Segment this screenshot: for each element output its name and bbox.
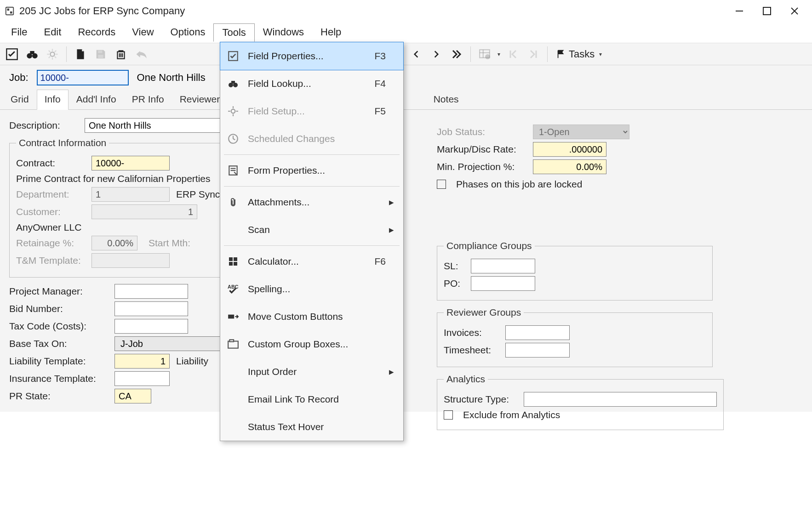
menu-item-shortcut: F4	[363, 78, 386, 89]
tools-menu-item[interactable]: ABCSpelling...	[220, 275, 403, 303]
svg-rect-49	[229, 257, 233, 261]
menu-records[interactable]: Records	[69, 23, 124, 42]
department-label: Department:	[16, 189, 85, 200]
menu-item-shortcut: F5	[363, 106, 386, 117]
invoices-input[interactable]	[505, 325, 570, 340]
tools-menu-item[interactable]: Status Text Hover	[220, 413, 403, 441]
compliance-group: Compliance Groups SL: PO:	[437, 240, 713, 301]
menu-item-shortcut: F3	[363, 51, 386, 62]
new-icon[interactable]	[71, 45, 90, 63]
job-row: Job: One North Hills	[0, 65, 812, 89]
sl-label: SL:	[444, 261, 464, 272]
tools-menu-item[interactable]: Attachments...▸	[220, 188, 403, 216]
job-label: Job:	[9, 72, 29, 84]
tasks-button[interactable]: Tasks ▾	[552, 48, 607, 60]
menu-bar: File Edit Records View Options Tools Win…	[0, 23, 812, 43]
tab-info[interactable]: Info	[37, 90, 69, 110]
contract-legend: Contract Information	[16, 137, 109, 148]
tools-menu-item[interactable]: Calculator...F6	[220, 248, 403, 275]
tools-menu-item[interactable]: Custom Group Boxes...	[220, 330, 403, 358]
job-name: One North Hills	[137, 72, 206, 84]
nav-next-icon[interactable]	[427, 45, 446, 63]
tools-menu-item[interactable]: Email Link To Record	[220, 386, 403, 413]
bid-label: Bid Number:	[9, 303, 108, 314]
po-input[interactable]	[471, 276, 535, 291]
tab-pr-info[interactable]: PR Info	[124, 90, 172, 109]
binoculars-icon[interactable]	[23, 45, 41, 63]
title-bar: 205 JC Jobs for ERP Sync Company	[0, 0, 812, 23]
menu-item-label: Form Properties...	[246, 165, 363, 176]
ins-input[interactable]	[114, 371, 170, 386]
tab-addl-info[interactable]: Add'l Info	[69, 90, 124, 109]
edit-icon[interactable]	[3, 45, 21, 63]
table-settings-dropdown-icon[interactable]: ▾	[496, 51, 502, 57]
menu-view[interactable]: View	[124, 23, 162, 42]
table-settings-icon[interactable]	[475, 45, 494, 63]
compliance-legend: Compliance Groups	[444, 240, 535, 251]
tools-menu-item[interactable]: Move Custom Buttons	[220, 303, 403, 330]
svg-rect-26	[119, 50, 124, 51]
go-first-icon[interactable]	[504, 45, 522, 63]
structtype-input[interactable]	[524, 392, 717, 407]
sl-input[interactable]	[471, 259, 535, 273]
maximize-button[interactable]	[753, 2, 781, 20]
close-button[interactable]	[781, 2, 808, 20]
menu-tools[interactable]: Tools	[213, 23, 254, 42]
nav-prev-icon[interactable]	[407, 45, 425, 63]
liab-input[interactable]	[114, 354, 170, 369]
description-input[interactable]	[85, 118, 223, 133]
tools-menu-item[interactable]: Scan▸	[220, 216, 403, 244]
exclude-analytics-checkbox[interactable]	[444, 410, 453, 420]
tools-menu-item[interactable]: Form Properties...	[220, 157, 403, 184]
timesheet-input[interactable]	[505, 343, 570, 357]
svg-rect-51	[229, 262, 233, 266]
department-input	[91, 187, 170, 202]
basetax-select[interactable]: J-Job	[114, 336, 229, 351]
bid-input[interactable]	[114, 301, 188, 316]
tm-input	[91, 253, 170, 268]
spellcheck-icon: ABC	[220, 283, 246, 295]
undo-icon[interactable]	[132, 45, 150, 63]
menu-edit[interactable]: Edit	[35, 23, 69, 42]
tools-menu-item[interactable]: Input Order▸	[220, 358, 403, 386]
status-label: Job Status:	[437, 126, 526, 137]
contract-desc: Prime Contract for new Californian Prope…	[16, 173, 211, 184]
phases-locked-checkbox[interactable]	[437, 180, 446, 189]
menu-help[interactable]: Help	[312, 23, 349, 42]
tab-grid[interactable]: Grid	[3, 90, 37, 109]
delete-icon[interactable]	[112, 45, 130, 63]
menu-item-label: Email Link To Record	[246, 394, 363, 405]
app-icon	[5, 6, 15, 16]
menu-item-label: Scan	[246, 224, 363, 235]
reviewer-group: Reviewer Groups Invoices: Timesheet:	[437, 307, 713, 367]
tab-notes[interactable]: Notes	[426, 90, 467, 109]
save-icon[interactable]	[91, 45, 110, 63]
menu-item-label: Input Order	[246, 366, 363, 377]
toolbar: ▾ ABC ▾ Tasks ▾	[0, 43, 812, 66]
svg-rect-4	[763, 7, 771, 15]
gear-icon[interactable]	[43, 45, 62, 63]
menu-options[interactable]: Options	[162, 23, 214, 42]
po-label: PO:	[444, 278, 464, 289]
svg-rect-54	[228, 315, 234, 319]
minproj-input[interactable]	[533, 159, 606, 174]
pm-input[interactable]	[114, 284, 188, 299]
clock-icon	[220, 133, 246, 145]
prstate-input[interactable]	[114, 389, 151, 403]
svg-line-45	[233, 139, 235, 140]
taxcode-input[interactable]	[114, 319, 188, 334]
job-input[interactable]	[37, 70, 129, 85]
tools-menu-item[interactable]: Field Lookup...F4	[220, 70, 403, 97]
contract-input[interactable]	[91, 156, 170, 170]
svg-rect-37	[231, 81, 235, 84]
menu-file[interactable]: File	[3, 23, 35, 42]
go-last-icon[interactable]	[524, 45, 543, 63]
tools-menu-item[interactable]: Field Properties...F3	[220, 42, 403, 70]
markup-input[interactable]	[533, 142, 606, 157]
svg-point-11	[50, 52, 54, 56]
nav-last-icon[interactable]	[447, 45, 466, 63]
svg-line-16	[49, 50, 51, 52]
menu-windows[interactable]: Windows	[255, 23, 312, 42]
minimize-button[interactable]	[726, 2, 753, 20]
tm-label: T&M Template:	[16, 255, 85, 266]
